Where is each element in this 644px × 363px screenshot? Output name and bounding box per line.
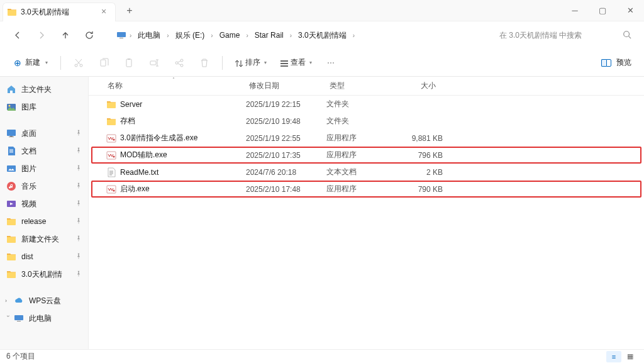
- pin-icon: [75, 182, 82, 190]
- file-type: 应用程序: [326, 150, 392, 160]
- breadcrumb[interactable]: › 此电脑 › 娱乐 (E:) › Game › Star Rail › 3.0…: [112, 25, 486, 45]
- delete-button[interactable]: [193, 53, 216, 72]
- file-row[interactable]: MOD辅助.exe2025/2/10 17:35应用程序796 KB: [91, 147, 641, 164]
- pin-icon: [75, 253, 82, 260]
- chevron-down-icon: ▾: [264, 60, 267, 65]
- sidebar-quick-item[interactable]: 视频: [3, 195, 86, 213]
- sidebar-quick-item[interactable]: 桌面: [3, 125, 86, 142]
- column-headers: 名称˄ 修改日期 类型 大小: [89, 77, 644, 96]
- folder-icon: [6, 252, 16, 262]
- desktop-icon: [6, 128, 16, 138]
- sidebar-label: 3.0天机剧情: [21, 269, 62, 280]
- file-size: 2 KB: [392, 168, 443, 177]
- window-tab[interactable]: 3.0天机剧情端 ×: [3, 3, 116, 21]
- chevron-right-icon[interactable]: ›: [128, 32, 133, 39]
- file-date: 2025/2/10 19:48: [246, 117, 326, 126]
- back-button[interactable]: [6, 24, 29, 47]
- app-icon: [106, 150, 116, 160]
- file-name: ReadMe.txt: [120, 168, 246, 177]
- video-icon: [6, 199, 16, 209]
- sort-label: 排序: [245, 57, 260, 68]
- up-button[interactable]: [54, 24, 77, 47]
- file-row[interactable]: Server2025/1/19 22:15文件夹: [91, 96, 641, 113]
- folder-icon: [6, 234, 16, 244]
- expand-icon[interactable]: ›: [5, 315, 11, 321]
- file-date: 2025/1/19 22:55: [246, 134, 326, 143]
- document-icon: [6, 146, 16, 156]
- sidebar-thispc[interactable]: 此电脑: [14, 310, 83, 327]
- file-row[interactable]: ReadMe.txt2024/7/6 20:18文本文档2 KB: [91, 164, 641, 181]
- file-row[interactable]: 3.0剧情指令生成器.exe2025/1/19 22:55应用程序9,881 K…: [91, 130, 641, 147]
- file-type: 应用程序: [326, 184, 392, 194]
- breadcrumb-item[interactable]: Star Rail: [251, 28, 287, 42]
- view-details-button[interactable]: ≡: [606, 351, 621, 362]
- chevron-right-icon[interactable]: ›: [245, 32, 249, 39]
- sidebar-quick-item[interactable]: 音乐: [3, 177, 86, 195]
- close-tab-icon[interactable]: ×: [99, 7, 109, 17]
- sidebar-quick-item[interactable]: 3.0天机剧情: [3, 265, 86, 283]
- sidebar-gallery[interactable]: 图库: [3, 98, 86, 116]
- expand-icon[interactable]: ›: [5, 298, 11, 304]
- title-bar: 3.0天机剧情端 × + ─ ▢ ✕: [0, 0, 644, 21]
- sidebar-quick-item[interactable]: dist: [3, 248, 86, 265]
- chevron-down-icon: ▾: [309, 60, 312, 65]
- sidebar-label: dist: [21, 252, 33, 261]
- minimize-button[interactable]: ─: [561, 0, 589, 21]
- column-name[interactable]: 名称˄: [103, 81, 244, 91]
- close-button[interactable]: ✕: [616, 0, 644, 21]
- pin-icon: [75, 147, 82, 155]
- file-size: 796 KB: [392, 151, 443, 160]
- search-input[interactable]: 在 3.0天机剧情端 中搜索: [493, 25, 638, 45]
- file-date: 2025/2/10 17:48: [246, 185, 326, 194]
- cut-button[interactable]: [67, 53, 90, 72]
- plus-circle-icon: ⊕: [14, 58, 21, 68]
- new-tab-button[interactable]: +: [121, 2, 138, 20]
- share-button[interactable]: [168, 53, 191, 72]
- file-name: Server: [120, 100, 246, 109]
- folder-icon: [106, 99, 116, 109]
- sidebar-quick-item[interactable]: 文档: [3, 142, 86, 160]
- file-row[interactable]: 启动.exe2025/2/10 17:48应用程序790 KB: [91, 181, 641, 198]
- new-button[interactable]: ⊕ 新建 ▾: [8, 53, 54, 72]
- file-row[interactable]: 存档2025/2/10 19:48文件夹: [91, 113, 641, 130]
- pin-icon: [75, 165, 82, 172]
- copy-button[interactable]: [92, 53, 115, 72]
- rename-button[interactable]: [143, 53, 165, 72]
- column-date[interactable]: 修改日期: [244, 81, 325, 91]
- sidebar-label: 图片: [21, 164, 36, 174]
- sidebar-label: 此电脑: [29, 313, 52, 324]
- sidebar-home[interactable]: 主文件夹: [3, 81, 86, 98]
- breadcrumb-item[interactable]: 3.0天机剧情端: [294, 28, 350, 43]
- file-date: 2025/1/19 22:15: [246, 100, 326, 109]
- more-button[interactable]: ⋯: [319, 53, 342, 72]
- breadcrumb-item[interactable]: 此电脑: [134, 28, 164, 43]
- forward-button[interactable]: [30, 24, 53, 47]
- view-icons-button[interactable]: ▦: [623, 351, 638, 362]
- sidebar-quick-item[interactable]: release: [3, 213, 86, 230]
- preview-button[interactable]: 预览: [596, 57, 636, 68]
- breadcrumb-item[interactable]: 娱乐 (E:): [172, 28, 209, 43]
- folder-icon: [106, 116, 116, 126]
- pin-icon: [75, 130, 82, 137]
- file-list-area: 名称˄ 修改日期 类型 大小 Server2025/1/19 22:15文件夹存…: [88, 77, 644, 349]
- chevron-right-icon[interactable]: ›: [352, 32, 356, 39]
- sidebar-label: 新建文件夹: [21, 234, 59, 245]
- view-button[interactable]: 查看 ▾: [274, 53, 317, 72]
- chevron-right-icon[interactable]: ›: [165, 32, 170, 39]
- sidebar-quick-item[interactable]: 新建文件夹: [3, 230, 86, 248]
- maximize-button[interactable]: ▢: [589, 0, 616, 21]
- sort-button[interactable]: 排序 ▾: [229, 53, 272, 72]
- file-type: 应用程序: [326, 133, 392, 143]
- column-type[interactable]: 类型: [325, 81, 391, 91]
- navigation-bar: › 此电脑 › 娱乐 (E:) › Game › Star Rail › 3.0…: [0, 21, 644, 49]
- column-size[interactable]: 大小: [391, 81, 441, 91]
- paste-button[interactable]: [118, 53, 140, 72]
- breadcrumb-item[interactable]: Game: [216, 28, 244, 42]
- refresh-button[interactable]: [78, 24, 101, 47]
- chevron-right-icon[interactable]: ›: [209, 32, 214, 39]
- pin-icon: [75, 218, 82, 225]
- chevron-right-icon[interactable]: ›: [289, 32, 293, 39]
- sidebar-wps[interactable]: WPS云盘: [14, 292, 83, 310]
- txt-icon: [106, 167, 116, 177]
- sidebar-quick-item[interactable]: 图片: [3, 160, 86, 177]
